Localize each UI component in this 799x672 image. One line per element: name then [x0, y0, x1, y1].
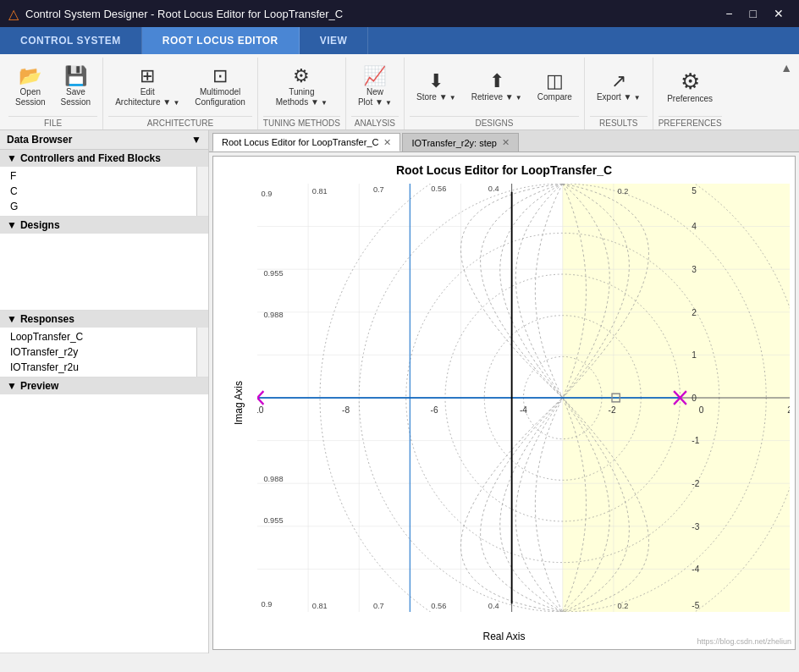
section-controllers-arrow: ▼: [7, 152, 17, 164]
svg-text:-2: -2: [609, 405, 616, 414]
tab-root-locus-close[interactable]: ✕: [383, 138, 391, 147]
svg-text:2: 2: [787, 405, 790, 414]
ribbon-group-results: ↗ Export ▼ RESULTS: [585, 58, 653, 129]
svg-text:-3: -3: [692, 521, 699, 531]
section-designs: ▼ Designs: [0, 217, 208, 311]
ribbon-group-file: 📂 OpenSession 💾 SaveSession FILE: [3, 58, 103, 129]
section-designs-header[interactable]: ▼ Designs: [0, 217, 208, 234]
ribbon-group-architecture-label: ARCHITECTURE: [108, 116, 252, 129]
sidebar-item-F[interactable]: F: [0, 168, 208, 184]
section-controllers: ▼ Controllers and Fixed Blocks F C G: [0, 150, 208, 217]
close-button[interactable]: ✕: [767, 5, 791, 22]
responses-scrollbar[interactable]: [196, 328, 208, 377]
tab-io-transfer-close[interactable]: ✕: [502, 138, 510, 147]
compare-button[interactable]: ◫ Compare: [531, 69, 579, 106]
preferences-icon: ⚙: [681, 70, 700, 92]
section-controllers-label: Controllers and Fixed Blocks: [20, 152, 161, 164]
svg-text:0.7: 0.7: [373, 185, 384, 194]
section-preview: ▼ Preview: [0, 377, 208, 653]
store-button[interactable]: ⬇ Store ▼: [410, 69, 463, 106]
multimodel-configuration-button[interactable]: ⊡ MultimodelConfiguration: [188, 63, 251, 111]
sidebar-item-looptransfer-c[interactable]: LoopTransfer_C: [0, 329, 208, 344]
section-controllers-header[interactable]: ▼ Controllers and Fixed Blocks: [0, 150, 208, 167]
section-responses-header[interactable]: ▼ Responses: [0, 311, 208, 328]
compare-icon: ◫: [546, 72, 564, 91]
sidebar-item-C[interactable]: C: [0, 184, 208, 199]
open-session-button[interactable]: 📂 OpenSession: [8, 63, 52, 111]
section-preview-content: [0, 394, 208, 504]
section-responses: ▼ Responses LoopTransfer_C IOTransfer_r2…: [0, 311, 208, 377]
multimodel-icon: ⊡: [212, 67, 228, 85]
save-icon: 💾: [64, 67, 87, 85]
main-tab-bar: CONTROL SYSTEM ROOT LOCUS EDITOR VIEW: [0, 27, 799, 54]
watermark: https://blog.csdn.net/zheliun: [697, 637, 791, 646]
svg-text:0.4: 0.4: [488, 184, 499, 193]
tab-root-locus-label: Root Locus Editor for LoopTransfer_C: [222, 137, 378, 147]
save-session-button[interactable]: 💾 SaveSession: [54, 63, 98, 111]
svg-text:-6: -6: [431, 405, 438, 414]
svg-text:-8: -8: [342, 405, 350, 414]
ribbon-group-tuning-label: TUNING METHODS: [263, 116, 340, 129]
ribbon-group-analysis-label: ANALYSIS: [351, 116, 399, 129]
maximize-button[interactable]: □: [743, 5, 763, 22]
ribbon-group-results-label: RESULTS: [590, 116, 647, 129]
svg-text:4: 4: [692, 222, 697, 231]
sidebar-item-iotransfer-r2y[interactable]: IOTransfer_r2y: [0, 344, 208, 360]
section-preview-header[interactable]: ▼ Preview: [0, 377, 208, 394]
svg-text:0: 0: [692, 394, 697, 403]
svg-text:0.955: 0.955: [263, 515, 283, 525]
svg-text:0.56: 0.56: [431, 184, 446, 193]
section-controllers-content: F C G: [0, 167, 208, 216]
editor-tab-bar: Root Locus Editor for LoopTransfer_C ✕ I…: [209, 130, 799, 152]
sidebar-item-iotransfer-r2u[interactable]: IOTransfer_r2u: [0, 360, 208, 375]
section-designs-arrow: ▼: [7, 219, 17, 231]
tuning-methods-button[interactable]: ⚙ TuningMethods ▼: [269, 63, 334, 111]
section-designs-label: Designs: [20, 219, 60, 231]
controllers-scrollbar[interactable]: [196, 167, 208, 216]
open-folder-icon: 📂: [19, 67, 41, 85]
section-preview-arrow: ▼: [7, 380, 17, 392]
svg-text:0.2: 0.2: [618, 185, 629, 195]
ribbon-group-analysis: 📈 NewPlot ▼ ANALYSIS: [346, 58, 405, 129]
svg-text:0.81: 0.81: [312, 185, 328, 195]
root-locus-plot[interactable]: -10 -8 -6 -4 -2 0 2 0 1 2 3 4 5 -1 -2 -3…: [257, 184, 790, 612]
sidebar-options-icon[interactable]: ▼: [191, 134, 201, 146]
window-controls: − □ ✕: [719, 5, 791, 22]
ribbon-group-tuning: ⚙ TuningMethods ▼ TUNING METHODS: [258, 58, 346, 129]
section-designs-content: [0, 234, 208, 310]
new-plot-button[interactable]: 📈 NewPlot ▼: [351, 63, 399, 111]
app-icon: △: [8, 6, 19, 22]
ribbon-collapse-button[interactable]: ▲: [777, 58, 796, 129]
retrieve-icon: ⬆: [489, 72, 504, 91]
svg-text:0.9: 0.9: [262, 599, 273, 609]
svg-text:0.81: 0.81: [312, 601, 328, 610]
preferences-button[interactable]: ⚙ Preferences: [660, 67, 719, 107]
sidebar: Data Browser ▼ ▼ Controllers and Fixed B…: [0, 130, 209, 653]
export-icon: ↗: [611, 72, 626, 91]
new-plot-icon: 📈: [363, 67, 386, 85]
export-button[interactable]: ↗ Export ▼: [590, 69, 647, 106]
svg-text:1: 1: [692, 350, 697, 360]
ribbon-group-designs: ⬇ Store ▼ ⬆ Retrieve ▼ ◫ Compare DESIGNS: [405, 58, 585, 129]
retrieve-button[interactable]: ⬆ Retrieve ▼: [465, 69, 529, 106]
tab-root-locus-editor-plot[interactable]: Root Locus Editor for LoopTransfer_C ✕: [212, 133, 400, 151]
tab-io-transfer[interactable]: IOTransfer_r2y: step ✕: [402, 133, 518, 151]
svg-text:-1: -1: [692, 436, 699, 445]
edit-architecture-button[interactable]: ⊞ EditArchitecture ▼: [108, 63, 186, 111]
tab-io-transfer-label: IOTransfer_r2y: step: [411, 138, 496, 148]
minimize-button[interactable]: −: [719, 5, 739, 22]
svg-text:0.7: 0.7: [373, 601, 384, 610]
tab-view[interactable]: VIEW: [300, 27, 369, 54]
plot-title: Root Locus Editor for LoopTransfer_C: [213, 157, 795, 180]
ribbon-group-preferences: ⚙ Preferences PREFERENCES: [653, 58, 727, 129]
tab-control-system[interactable]: CONTROL SYSTEM: [0, 27, 142, 54]
tuning-icon: ⚙: [293, 67, 310, 85]
ribbon-group-file-label: FILE: [8, 116, 97, 129]
sidebar-item-G[interactable]: G: [0, 199, 208, 214]
title-bar: △ Control System Designer - Root Locus E…: [0, 0, 799, 27]
store-icon: ⬇: [428, 72, 444, 91]
svg-text:0.988: 0.988: [263, 309, 283, 318]
svg-text:0.988: 0.988: [263, 474, 283, 483]
tab-root-locus-editor[interactable]: ROOT LOCUS EDITOR: [142, 27, 300, 54]
content-area: Data Browser ▼ ▼ Controllers and Fixed B…: [0, 130, 799, 653]
